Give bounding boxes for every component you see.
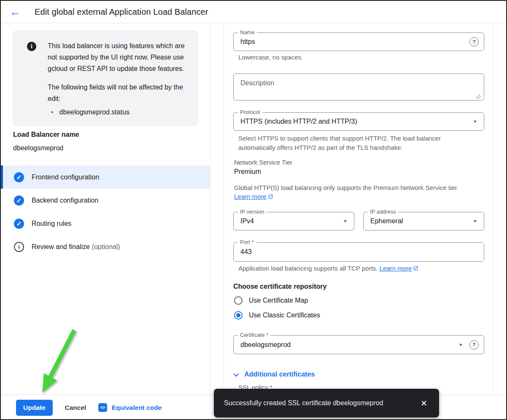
lb-name-label: Load Balancer name xyxy=(13,131,79,138)
info-icon: i xyxy=(27,42,36,51)
info-circle-icon: i xyxy=(14,242,24,252)
external-link-icon[interactable] xyxy=(268,193,273,201)
close-icon[interactable]: ✕ xyxy=(418,397,430,410)
step-nav: ✓ Frontend configuration ✓ Backend confi… xyxy=(1,165,210,258)
step-frontend-configuration[interactable]: ✓ Frontend configuration xyxy=(1,165,210,189)
help-icon[interactable]: ? xyxy=(469,37,479,46)
learn-more-link[interactable]: Learn more xyxy=(234,193,267,200)
cancel-button[interactable]: Cancel xyxy=(65,404,86,412)
dropdown-caret-icon: ▼ xyxy=(472,219,477,223)
learn-more-link[interactable]: Learn more xyxy=(380,265,412,272)
name-helper-text: Lowercase, no spaces. xyxy=(238,54,303,61)
step-backend-configuration[interactable]: ✓ Backend configuration xyxy=(1,189,210,212)
certificate-repository-heading: Choose certificate repository xyxy=(233,283,326,290)
dropdown-caret-icon: ▼ xyxy=(458,343,463,347)
certificate-select[interactable]: Certificate * dbeelogsmeprod ▼ ? xyxy=(233,335,484,354)
back-arrow-icon[interactable]: ← xyxy=(10,6,21,17)
ip-version-select[interactable]: IP version IPv4 ▼ xyxy=(233,212,354,230)
resize-handle-icon[interactable] xyxy=(476,94,481,99)
protocol-label: Protocol xyxy=(238,109,262,115)
dropdown-caret-icon: ▼ xyxy=(472,119,477,124)
step-label: Frontend configuration xyxy=(32,173,99,181)
radio-off-icon[interactable] xyxy=(234,296,243,305)
ip-address-label: IP address xyxy=(368,209,398,215)
radio-label: Use Classic Certificates xyxy=(249,312,320,319)
notice-text-1: This load balancer is using features whi… xyxy=(48,40,189,74)
ip-address-value: Ephemeral xyxy=(364,217,473,225)
name-field-label: Name xyxy=(238,29,257,35)
step-label: Routing rules xyxy=(32,220,71,228)
equivalent-code-label: Equivalent code xyxy=(111,404,162,412)
equivalent-code-button[interactable]: <> Equivalent code xyxy=(98,403,162,412)
code-icon: <> xyxy=(98,403,107,412)
port-label: Port * xyxy=(238,239,256,245)
unaffected-field-item: dbeelogsmeprod.status xyxy=(59,106,129,118)
help-icon[interactable]: ? xyxy=(469,340,479,350)
step-label: Review and finalize(optional) xyxy=(32,243,120,251)
radio-use-certificate-map[interactable]: Use Certificate Map xyxy=(234,296,308,305)
toast-message: Successfully created SSL certificate dbe… xyxy=(224,399,418,407)
ip-version-value: IPv4 xyxy=(234,217,343,225)
certificate-value: dbeelogsmeprod xyxy=(234,341,459,349)
radio-use-classic-certificates[interactable]: Use Classic Certificates xyxy=(234,311,320,320)
name-field[interactable]: Name ? xyxy=(233,33,484,51)
update-button[interactable]: Update xyxy=(16,400,53,416)
frontend-config-form: Name ? Lowercase, no spaces. Protocol HT… xyxy=(224,23,493,395)
additional-certificates-expander[interactable]: Additional certificates xyxy=(235,371,315,378)
check-circle-icon: ✓ xyxy=(14,219,24,229)
port-field[interactable]: Port * xyxy=(233,242,484,262)
step-label: Backend configuration xyxy=(32,197,98,204)
notice-text-2: The following fields will not be affecte… xyxy=(48,81,189,104)
description-textarea[interactable] xyxy=(233,73,484,100)
name-input[interactable] xyxy=(234,33,469,51)
snackbar-toast: Successfully created SSL certificate dbe… xyxy=(214,389,439,417)
edit-load-balancer-panel: ← Edit global external Application Load … xyxy=(0,0,507,420)
bullet-icon: • xyxy=(51,106,54,118)
page-title: Edit global external Application Load Ba… xyxy=(35,7,208,17)
protocol-value: HTTPS (includes HTTP/2 and HTTP/3) xyxy=(234,118,473,125)
network-service-tier-value: Premium xyxy=(234,168,261,176)
unsupported-features-notice: i This load balancer is using features w… xyxy=(13,30,198,126)
expander-label: Additional certificates xyxy=(244,371,315,378)
network-tier-helper-text: Global HTTP(S) load balancing only suppo… xyxy=(234,184,487,191)
step-routing-rules[interactable]: ✓ Routing rules xyxy=(1,212,210,235)
check-circle-icon: ✓ xyxy=(14,172,24,182)
step-label-text: Review and finalize xyxy=(32,243,90,250)
protocol-select[interactable]: Protocol HTTPS (includes HTTP/2 and HTTP… xyxy=(233,112,484,131)
lb-name-value: dbeelogsmeprod xyxy=(13,144,63,152)
sidebar: i This load balancer is using features w… xyxy=(1,23,210,395)
header: ← Edit global external Application Load … xyxy=(1,1,506,23)
port-helper-text: Application load balancing supports all … xyxy=(238,265,378,272)
network-service-tier-label: Network Service Tier xyxy=(234,159,292,166)
radio-label: Use Certificate Map xyxy=(249,297,308,304)
dropdown-caret-icon: ▼ xyxy=(342,219,348,223)
check-circle-icon: ✓ xyxy=(14,195,24,206)
external-link-icon[interactable] xyxy=(413,265,418,272)
certificate-label: Certificate * xyxy=(238,332,270,338)
ip-version-label: IP version xyxy=(238,209,267,215)
chevron-down-icon xyxy=(234,371,239,377)
notice-body: This load balancer is using features whi… xyxy=(48,40,189,118)
ip-address-select[interactable]: IP address Ephemeral ▼ xyxy=(363,212,484,230)
step-review-and-finalize[interactable]: i Review and finalize(optional) xyxy=(1,235,210,258)
step-optional-suffix: (optional) xyxy=(92,243,120,250)
port-input[interactable] xyxy=(234,243,484,261)
protocol-helper-text: Select HTTPS to support clients that sup… xyxy=(238,134,463,152)
radio-on-icon[interactable] xyxy=(234,311,243,320)
